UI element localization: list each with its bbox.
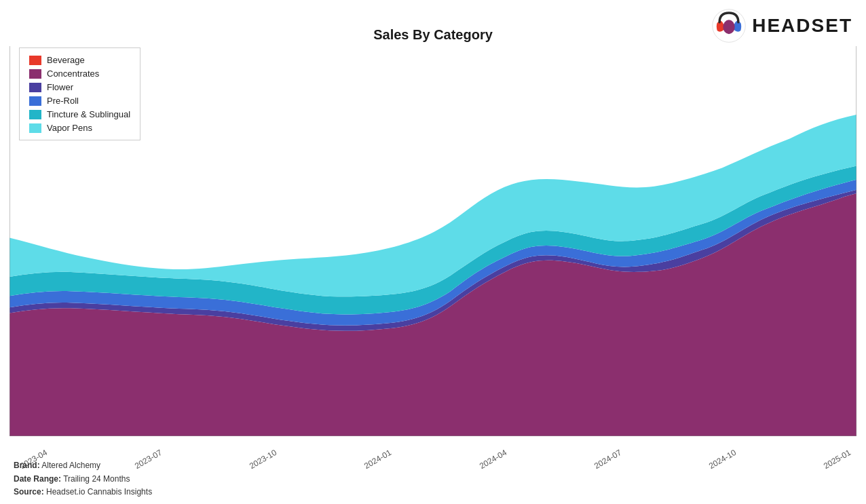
footer-date-range: Date Range: Trailing 24 Months — [14, 473, 152, 486]
legend-label-flower: Flower — [47, 82, 73, 92]
x-label-4: 2024-04 — [477, 448, 508, 471]
svg-point-1 — [723, 20, 735, 34]
footer-brand: Brand: Altered Alchemy — [14, 459, 152, 472]
legend-label-concentrates: Concentrates — [47, 69, 99, 79]
legend-item-vapor: Vapor Pens — [29, 123, 130, 133]
legend-item-flower: Flower — [29, 82, 130, 92]
x-label-3: 2024-01 — [362, 448, 393, 471]
legend-item-preroll: Pre-Roll — [29, 96, 130, 106]
logo-text: HEADSET — [752, 15, 852, 37]
footer-source-label: Source: — [14, 487, 44, 497]
chart-legend: Beverage Concentrates Flower Pre-Roll Ti… — [19, 47, 140, 140]
header-logo: HEADSET — [711, 8, 852, 43]
legend-swatch-flower — [29, 83, 41, 92]
x-label-7: 2025-01 — [822, 448, 852, 471]
footer-info: Brand: Altered Alchemy Date Range: Trail… — [14, 459, 152, 499]
legend-swatch-tincture — [29, 110, 41, 119]
footer-date-value: Trailing 24 Months — [63, 474, 130, 484]
footer-brand-value: Altered Alchemy — [41, 461, 100, 470]
x-label-2: 2023-10 — [248, 448, 278, 471]
legend-label-beverage: Beverage — [47, 55, 85, 65]
x-label-5: 2024-07 — [592, 448, 623, 471]
legend-item-concentrates: Concentrates — [29, 69, 130, 79]
legend-item-beverage: Beverage — [29, 55, 130, 65]
footer-brand-label: Brand: — [14, 461, 40, 470]
headset-logo-icon — [711, 8, 747, 43]
footer-source: Source: Headset.io Cannabis Insights — [14, 486, 152, 499]
legend-label-preroll: Pre-Roll — [47, 96, 79, 106]
chart-title: Sales By Category — [373, 27, 493, 43]
legend-swatch-beverage — [29, 56, 41, 65]
legend-swatch-vapor — [29, 123, 41, 133]
legend-swatch-preroll — [29, 96, 41, 106]
legend-label-vapor: Vapor Pens — [47, 123, 92, 133]
chart-container: HEADSET Sales By Category Beverage Conce… — [0, 0, 866, 504]
x-label-6: 2024-10 — [707, 448, 738, 471]
footer-date-label: Date Range: — [14, 474, 61, 484]
legend-swatch-concentrates — [29, 69, 41, 79]
legend-label-tincture: Tincture & Sublingual — [47, 109, 130, 119]
footer-source-value: Headset.io Cannabis Insights — [46, 487, 152, 497]
legend-item-tincture: Tincture & Sublingual — [29, 109, 130, 119]
